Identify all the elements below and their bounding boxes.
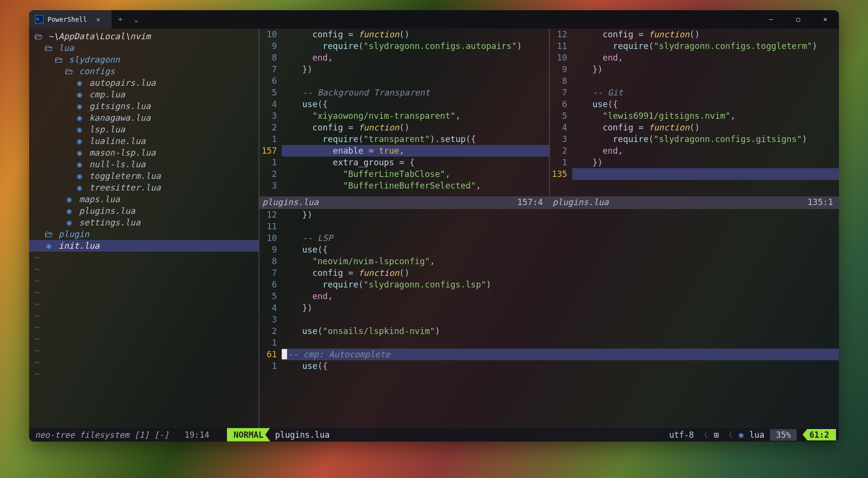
tree-item[interactable]: ◉ kanagawa.lua [29, 112, 258, 124]
code-line[interactable]: 4 }) [259, 302, 839, 314]
powershell-icon: >_ [35, 15, 44, 24]
code-line[interactable]: 1 [259, 337, 839, 349]
tree-empty-line: ~ [29, 275, 258, 287]
code-pane-bottom[interactable]: 12 })1110 -- LSP9 use({8 "neovim/nvim-ls… [259, 208, 839, 428]
lua-file-icon: ◉ [75, 159, 84, 170]
tree-item[interactable]: ◉ treesitter.lua [29, 182, 258, 193]
statusline-position: 61:2 [803, 429, 836, 441]
line-number: 1 [259, 337, 282, 349]
lua-file-icon: ◉ [64, 205, 74, 217]
chevron-left-icon: 〈 [724, 429, 733, 441]
code-line[interactable]: 12 config = function() [550, 29, 839, 40]
code-line[interactable]: 8 [550, 75, 839, 87]
tree-empty-line: ~ [29, 298, 258, 310]
code-line[interactable]: 12 }) [259, 209, 839, 221]
new-tab-button[interactable]: ＋ [112, 15, 129, 24]
tree-item[interactable]: ◉ toggleterm.lua [29, 170, 258, 182]
tree-item[interactable]: ◉ settings.lua [29, 217, 258, 228]
tab-dropdown-button[interactable]: ⌄ [129, 16, 144, 23]
tree-item[interactable]: ◉ mason-lsp.lua [29, 147, 258, 159]
code-line[interactable]: 6 use({ [550, 98, 839, 110]
tree-item[interactable]: ◉ plugins.lua [29, 205, 258, 217]
statusline-left: neo-tree filesystem [1] [-] 19:14 [35, 429, 209, 441]
code-line[interactable]: 3 [259, 314, 839, 325]
code-line[interactable]: 7 }) [259, 64, 549, 75]
line-number: 6 [550, 98, 572, 110]
tab-close-button[interactable]: ✕ [91, 16, 105, 23]
code-line[interactable]: 5 "lewis6991/gitsigns.nvim", [550, 110, 839, 122]
tree-item[interactable]: ◉ init.lua [29, 240, 258, 252]
lua-file-icon: ◉ [75, 147, 84, 159]
close-button[interactable]: ✕ [812, 10, 839, 29]
tree-root[interactable]: 🗁 ~\AppData\Local\nvim [29, 31, 258, 42]
line-text: }) [282, 64, 312, 75]
code-line[interactable]: 5 end, [259, 290, 839, 302]
line-text: }) [572, 64, 603, 75]
code-line[interactable]: 7 -- Git [550, 87, 839, 98]
code-line[interactable]: 10 config = function() [259, 29, 549, 40]
code-line[interactable]: 3 "BufferlineBufferSelected", [259, 180, 549, 191]
line-number: 3 [259, 314, 282, 325]
code-line[interactable]: 10 -- LSP [259, 232, 839, 244]
code-line[interactable]: 9 use({ [259, 244, 839, 255]
minimize-button[interactable]: — [757, 10, 785, 29]
line-number: 5 [259, 87, 282, 98]
code-line[interactable]: 6 require("slydragonn.configs.lsp") [259, 279, 839, 290]
code-line[interactable]: 1 use({ [259, 360, 839, 372]
code-line[interactable]: 11 [259, 221, 839, 232]
line-number: 11 [259, 221, 282, 232]
code-line[interactable]: 2 config = function() [259, 122, 549, 133]
line-number: 2 [550, 145, 572, 157]
code-line[interactable]: 3 "xiyaowong/nvim-transparent", [259, 110, 549, 122]
code-line[interactable]: 4 config = function() [550, 122, 839, 133]
code-line[interactable]: 9 }) [550, 64, 839, 75]
tree-item[interactable]: 🗁 plugin [29, 228, 258, 240]
line-text: use({ [282, 98, 328, 110]
lua-file-icon: ◉ [75, 89, 84, 100]
code-line[interactable]: 135 [550, 168, 839, 180]
code-line[interactable]: 157 enable = true, [259, 145, 549, 157]
line-number: 11 [550, 40, 572, 52]
code-line[interactable]: 11 require("slydragonn.configs.toggleter… [550, 40, 839, 52]
code-line[interactable]: 2 end, [550, 145, 839, 157]
line-number: 12 [550, 29, 572, 40]
tree-item[interactable]: ◉ lsp.lua [29, 124, 258, 135]
code-line[interactable]: 4 use({ [259, 98, 549, 110]
tree-item[interactable]: ◉ null-ls.lua [29, 159, 258, 170]
tree-item[interactable]: ◉ gitsigns.lua [29, 100, 258, 112]
code-line[interactable]: 8 end, [259, 52, 549, 64]
maximize-button[interactable]: ▢ [785, 10, 812, 29]
file-tree-pane[interactable]: 🗁 ~\AppData\Local\nvim 🗁 lua 🗁 slydragon… [29, 29, 259, 428]
code-pane-top-left[interactable]: 10 config = function()9 require("slydrag… [259, 29, 550, 208]
tree-item[interactable]: 🗁 lua [29, 42, 258, 54]
code-line[interactable]: 61-- cmp: Autocomplete [259, 349, 839, 360]
chevron-left-icon: 〈 [700, 429, 708, 441]
tree-item[interactable]: ◉ lualine.lua [29, 135, 258, 147]
code-line[interactable]: 1 }) [550, 157, 839, 168]
code-line[interactable]: 6 [259, 75, 549, 87]
tree-item[interactable]: ◉ autopairs.lua [29, 77, 258, 89]
code-line[interactable]: 8 "neovim/nvim-lspconfig", [259, 255, 839, 267]
tree-item[interactable]: ◉ maps.lua [29, 193, 258, 205]
tab-powershell[interactable]: >_ PowerShell ✕ [29, 10, 112, 29]
line-text: -- Background Transparent [282, 87, 430, 98]
code-line[interactable]: 9 require("slydragonn.configs.autopairs"… [259, 40, 549, 52]
code-line[interactable]: 5 -- Background Transparent [259, 87, 549, 98]
code-line[interactable]: 3 require("slydragonn.configs.gitsigns") [550, 133, 839, 145]
line-text: require("transparent").setup({ [282, 133, 476, 145]
line-text: require("slydragonn.configs.toggleterm") [572, 40, 818, 52]
code-line[interactable]: 1 require("transparent").setup({ [259, 133, 549, 145]
tree-item[interactable]: 🗁 slydragonn [29, 54, 258, 65]
tree-item[interactable]: 🗁 configs [29, 65, 258, 77]
code-line[interactable]: 1 extra_groups = { [259, 157, 549, 168]
tree-item[interactable]: ◉ cmp.lua [29, 89, 258, 100]
line-number: 1 [259, 360, 282, 372]
line-text: use("onsails/lspkind-nvim") [282, 325, 440, 337]
line-text: config = function() [572, 122, 700, 133]
code-line[interactable]: 7 config = function() [259, 267, 839, 279]
winbar-left: plugins.lua 157:4 [259, 196, 549, 208]
code-line[interactable]: 10 end, [550, 52, 839, 64]
code-line[interactable]: 2 "BufferLineTabClose", [259, 168, 549, 180]
code-line[interactable]: 2 use("onsails/lspkind-nvim") [259, 325, 839, 337]
code-pane-top-right[interactable]: 12 config = function()11 require("slydra… [550, 29, 839, 208]
